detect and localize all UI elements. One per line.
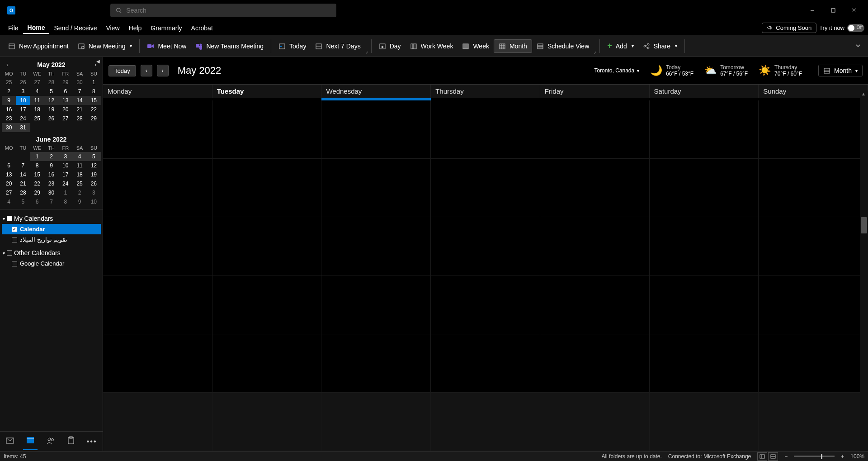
calendar-cell[interactable] [321, 276, 431, 334]
mini-cal-day[interactable]: 31 [16, 123, 30, 132]
new-teams-meeting-button[interactable]: New Teams Meeting [191, 40, 268, 52]
more-nav-button[interactable]: ••• [84, 435, 100, 448]
mini-cal-day[interactable]: 9 [72, 197, 86, 206]
mini-cal-day[interactable]: 21 [72, 105, 86, 114]
tab-acrobat[interactable]: Acrobat [187, 23, 217, 33]
mini-cal-day[interactable]: 3 [58, 152, 72, 161]
mini-cal-day[interactable]: 12 [44, 96, 58, 105]
mini-cal-day[interactable]: 20 [2, 179, 16, 188]
work-week-button[interactable]: Work Week [406, 40, 458, 52]
mini-cal-day[interactable]: 19 [87, 170, 101, 179]
mini-cal-day[interactable]: 13 [58, 96, 72, 105]
calendar-item-birthdays[interactable]: تقويم تواريخ الميلاد [2, 234, 101, 245]
calendar-cell[interactable] [759, 334, 868, 393]
calendar-cell[interactable] [431, 393, 540, 451]
mini-cal-day[interactable]: 10 [87, 197, 101, 206]
mini-cal-day[interactable]: 7 [72, 87, 86, 96]
mini-cal-day[interactable]: 23 [2, 114, 16, 123]
calendar-cell[interactable] [321, 393, 431, 451]
calendar-item-google[interactable]: Google Calendar [2, 258, 101, 269]
calendar-cell[interactable] [321, 334, 431, 393]
calendar-cell[interactable] [103, 217, 212, 276]
tasks-nav-button[interactable] [64, 433, 78, 450]
mini-cal-day[interactable]: 18 [30, 105, 44, 114]
mini-cal-day[interactable]: 3 [87, 188, 101, 197]
weather-tomorrow[interactable]: ⛅ Tomorrow67°F / 56°F [704, 64, 748, 77]
close-button[interactable] [844, 3, 864, 18]
month-view-button[interactable]: Month [494, 39, 532, 53]
calendar-cell[interactable] [103, 100, 212, 159]
mini-cal-day[interactable]: 8 [58, 197, 72, 206]
schedule-view-button[interactable]: Schedule View [532, 40, 594, 52]
calendar-cell[interactable] [103, 159, 212, 217]
people-nav-button[interactable] [43, 433, 58, 450]
mini-cal-day[interactable]: 5 [87, 152, 101, 161]
try-now-toggle[interactable]: Off [847, 24, 864, 32]
calendar-cell[interactable] [212, 393, 322, 451]
scroll-up-icon[interactable]: ▲ [861, 91, 866, 96]
mini-cal-day[interactable]: 17 [16, 105, 30, 114]
mini-cal-day[interactable]: 27 [2, 188, 16, 197]
prev-period-button[interactable]: ‹ [141, 65, 152, 76]
mini-cal-day[interactable]: 27 [58, 114, 72, 123]
calendar-cell[interactable] [321, 159, 431, 217]
calendar-checkbox[interactable]: ✓ [12, 227, 17, 232]
mini-cal-day[interactable]: 26 [87, 179, 101, 188]
calendar-cell[interactable] [321, 217, 431, 276]
mini-cal-day[interactable]: 8 [87, 87, 101, 96]
reading-view-button[interactable] [768, 452, 778, 461]
mini-cal-day[interactable]: 28 [44, 78, 58, 87]
collapse-ribbon-button[interactable] [852, 42, 864, 50]
mini-cal-day[interactable]: 23 [44, 179, 58, 188]
mini-cal-day[interactable]: 4 [72, 152, 86, 161]
mini-cal-day[interactable]: 25 [2, 78, 16, 87]
calendar-cell[interactable] [212, 334, 322, 393]
coming-soon-button[interactable]: Coming Soon [762, 23, 816, 33]
calendar-cell[interactable] [431, 217, 540, 276]
mini-cal-day[interactable]: 3 [16, 87, 30, 96]
mail-nav-button[interactable] [3, 433, 17, 450]
mini-cal-day[interactable]: 29 [58, 78, 72, 87]
mini-cal-day[interactable]: 20 [58, 105, 72, 114]
mini-cal-day[interactable]: 24 [58, 179, 72, 188]
mini-cal-day[interactable]: 22 [87, 105, 101, 114]
calendar-cell[interactable] [212, 100, 322, 159]
new-appointment-button[interactable]: New Appointment [4, 40, 73, 52]
mini-cal-day[interactable]: 16 [44, 170, 58, 179]
mini-cal-day[interactable]: 16 [2, 105, 16, 114]
tab-help[interactable]: Help [124, 23, 146, 33]
zoom-slider[interactable] [794, 456, 835, 457]
new-meeting-button[interactable]: New Meeting ▾ [73, 40, 137, 52]
calendar-cell[interactable] [212, 217, 322, 276]
calendar-cell[interactable] [650, 217, 759, 276]
mini-cal-day[interactable]: 6 [30, 197, 44, 206]
mini-cal-day[interactable]: 1 [58, 188, 72, 197]
calendar-cell[interactable] [540, 334, 650, 393]
mini-cal-day[interactable]: 27 [30, 78, 44, 87]
mini-cal-day[interactable]: 14 [16, 170, 30, 179]
calendar-cell[interactable] [759, 217, 868, 276]
mini-cal-day[interactable]: 13 [2, 170, 16, 179]
mini-cal-day[interactable]: 25 [30, 114, 44, 123]
mini-cal-day[interactable]: 11 [72, 161, 86, 170]
tab-view[interactable]: View [101, 23, 124, 33]
mini-cal-day[interactable]: 30 [44, 188, 58, 197]
mini-cal-day[interactable]: 25 [72, 179, 86, 188]
calendar-checkbox[interactable] [12, 237, 17, 242]
calendar-cell[interactable] [431, 100, 540, 159]
my-calendars-header[interactable]: ▾ My Calendars [2, 213, 101, 224]
weather-today[interactable]: 🌙 Today66°F / 53°F [650, 64, 693, 77]
group-checkbox[interactable] [7, 250, 12, 256]
mini-cal-day[interactable]: 26 [16, 78, 30, 87]
zoom-out-button[interactable]: − [784, 453, 788, 460]
mini-cal-day[interactable]: 15 [87, 96, 101, 105]
mini-cal-day[interactable]: 29 [30, 188, 44, 197]
week-view-button[interactable]: Week [458, 40, 494, 52]
calendar-cell[interactable] [212, 276, 322, 334]
mini-cal-day[interactable]: 10 [16, 96, 30, 105]
calendar-nav-button[interactable] [23, 433, 38, 450]
zoom-thumb[interactable] [821, 454, 822, 459]
calendar-cell[interactable] [650, 393, 759, 451]
mini-cal-day[interactable]: 30 [72, 78, 86, 87]
mini-cal-day[interactable]: 1 [87, 78, 101, 87]
